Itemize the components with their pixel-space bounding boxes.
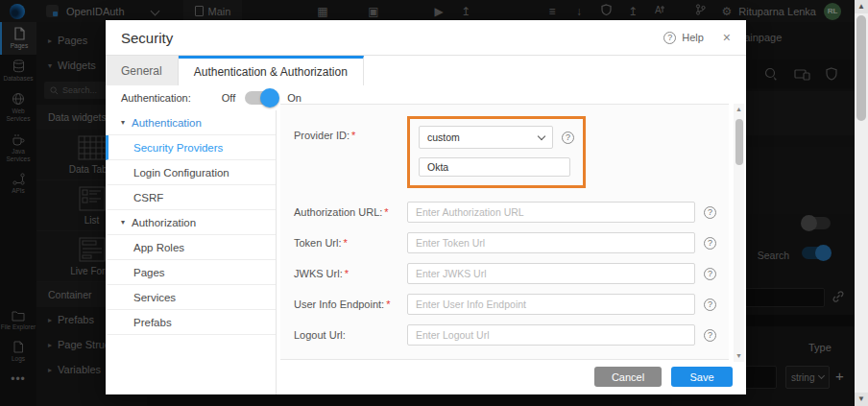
nav-item-csrf[interactable]: CSRF: [106, 185, 276, 210]
help-link[interactable]: Help: [682, 32, 704, 43]
token-url-input[interactable]: [407, 232, 695, 253]
logout-url-input[interactable]: [407, 324, 695, 346]
jwks-url-input[interactable]: [407, 263, 695, 284]
provider-id-row: Provider ID:* custom ?: [294, 116, 729, 188]
logout-url-help-icon[interactable]: ?: [704, 329, 716, 342]
dialog-footer: Cancel Save: [594, 367, 733, 387]
token-url-help-icon[interactable]: ?: [704, 237, 716, 250]
nav-item-services[interactable]: Services: [106, 285, 276, 310]
highlight-outline: custom ?: [407, 116, 586, 188]
user-info-endpoint-help-icon[interactable]: ?: [704, 299, 716, 311]
security-nav: ▾ Authentication Security Providers Logi…: [106, 110, 277, 394]
form-scrollbar[interactable]: ▲ ▼: [734, 104, 744, 362]
logout-url-label: Logout Url:: [294, 329, 407, 341]
authentication-label: Authentication:: [121, 92, 191, 104]
user-info-endpoint-input[interactable]: [407, 294, 695, 315]
scrollbar-thumb[interactable]: [735, 119, 743, 165]
dialog-tabs: General Authentication & Authorization: [106, 56, 746, 85]
security-dialog: Security ? Help × General Authentication…: [106, 20, 746, 394]
authentication-toggle[interactable]: [245, 91, 277, 105]
nav-item-login-configuration[interactable]: Login Configuration: [106, 160, 276, 185]
jwks-url-help-icon[interactable]: ?: [704, 268, 716, 280]
page-scrollbar[interactable]: ▲ ▼: [855, 0, 868, 406]
jwks-url-label: JWKS Url:*: [294, 268, 407, 279]
nav-header-authorization[interactable]: ▾ Authorization: [106, 210, 276, 235]
user-info-endpoint-label: User Info Endpoint:*: [294, 299, 407, 310]
authorization-url-input[interactable]: [407, 202, 695, 223]
cancel-button[interactable]: Cancel: [594, 367, 662, 387]
token-url-label: Token Url:*: [294, 237, 407, 249]
form-scroll-area: Provider ID:* custom ?: [277, 104, 733, 362]
logout-url-row: Logout Url: ?: [294, 324, 729, 346]
provider-help-icon[interactable]: ?: [562, 131, 574, 144]
expanded-arrow-icon: ▾: [121, 118, 125, 127]
tab-general[interactable]: General: [106, 56, 179, 85]
scroll-down-icon[interactable]: ▼: [734, 350, 744, 362]
scrollbar-thumb[interactable]: [856, 15, 866, 121]
expanded-arrow-icon: ▾: [121, 218, 125, 227]
provider-name-input[interactable]: [419, 157, 570, 177]
authorization-url-help-icon[interactable]: ?: [704, 206, 716, 219]
identity-provider-section: Provider ID:* custom ?: [280, 104, 729, 360]
save-button[interactable]: Save: [671, 367, 733, 387]
scroll-up-icon[interactable]: ▲: [734, 104, 744, 115]
help-icon[interactable]: ?: [663, 32, 676, 44]
nav-header-authentication[interactable]: ▾ Authentication: [106, 110, 276, 135]
close-icon[interactable]: ×: [723, 30, 731, 45]
user-info-endpoint-row: User Info Endpoint:* ?: [294, 294, 729, 315]
dialog-header: Security ? Help ×: [106, 20, 746, 56]
provider-id-label: Provider ID:*: [294, 130, 407, 141]
nav-item-pages[interactable]: Pages: [106, 260, 276, 285]
dialog-title: Security: [121, 30, 173, 46]
tab-authentication-authorization[interactable]: Authentication & Authorization: [179, 56, 364, 85]
nav-item-security-providers[interactable]: Security Providers: [106, 135, 276, 160]
scroll-down-icon[interactable]: ▼: [855, 393, 868, 406]
provider-form: Provider ID:* custom ?: [277, 110, 746, 394]
authorization-url-row: Authorization URL:* ?: [294, 202, 729, 223]
scroll-up-icon[interactable]: ▲: [855, 0, 868, 13]
nav-item-app-roles[interactable]: App Roles: [106, 235, 276, 260]
jwks-url-row: JWKS Url:* ?: [294, 263, 729, 284]
nav-item-prefabs[interactable]: Prefabs: [106, 310, 276, 335]
toggle-off-label: Off: [222, 92, 235, 104]
ide-root: OpenIDAuth Main ▦ ▣ ▶ ↥ ≡ ↓ ↥ A ⚙ R: [0, 0, 868, 406]
toggle-on-label: On: [287, 92, 301, 104]
authorization-url-label: Authorization URL:*: [294, 206, 407, 218]
provider-id-select[interactable]: custom: [419, 126, 553, 149]
chevron-down-icon: [538, 131, 545, 139]
token-url-row: Token Url:* ?: [294, 232, 729, 253]
